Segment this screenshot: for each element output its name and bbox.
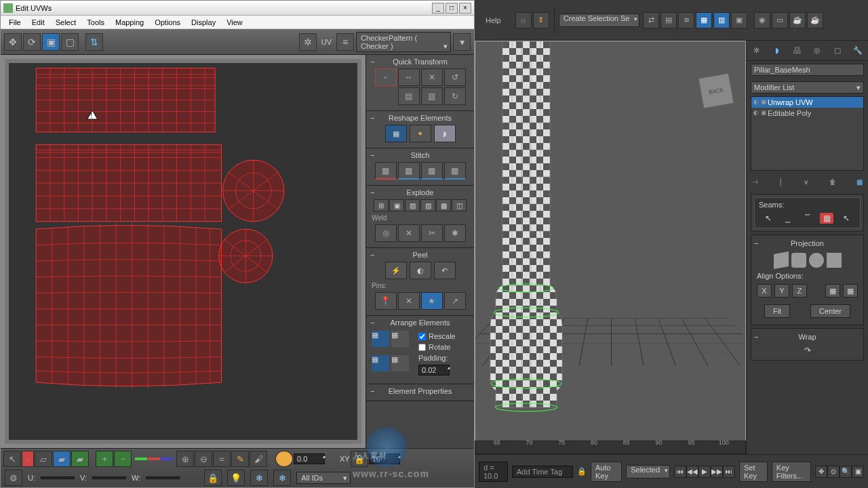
align-x-button[interactable]: X: [757, 284, 772, 298]
next-frame-icon[interactable]: ▶▶: [711, 466, 723, 478]
menu-edit[interactable]: Edit: [26, 18, 50, 26]
reshape-straighten-icon[interactable]: ▦: [385, 125, 407, 142]
layers-icon[interactable]: ≋: [678, 12, 694, 28]
align-z-button[interactable]: Z: [792, 284, 807, 298]
mirror-icon[interactable]: ⇄: [643, 12, 659, 28]
snow2-icon[interactable]: ❄: [273, 470, 291, 486]
timeline[interactable]: 65 70 75 80 85 90 95 100: [475, 441, 746, 454]
remove-mod-icon[interactable]: 🗑: [829, 178, 836, 186]
hierarchy-tab-icon[interactable]: 品: [791, 45, 804, 57]
weld-target-icon[interactable]: ◎: [375, 224, 397, 242]
ring-icon[interactable]: ⊕: [176, 451, 194, 467]
seam-sel-icon[interactable]: ▦: [820, 213, 833, 224]
reshape-normalize-icon[interactable]: ◗: [434, 125, 456, 142]
val16-spinner[interactable]: 16: [369, 453, 400, 464]
explode-3-icon[interactable]: ▧: [405, 199, 420, 211]
goto-start-icon[interactable]: ⏮: [674, 466, 686, 478]
cylindrical-proj-icon[interactable]: [791, 253, 806, 268]
maximize-button[interactable]: □: [446, 3, 458, 14]
xy-lock-icon[interactable]: 🔒: [351, 451, 368, 467]
modifier-stack[interactable]: Unwrap UVW Editable Poly: [751, 96, 864, 171]
setkey-button[interactable]: Set Key: [739, 462, 768, 482]
view-list-icon[interactable]: ≡: [336, 33, 354, 51]
qt-anchor-icon[interactable]: ▫: [375, 68, 397, 86]
selection-set-dropdown[interactable]: Create Selection Se: [559, 14, 640, 27]
u-input[interactable]: [41, 476, 75, 479]
peel-reset-icon[interactable]: ↶: [434, 262, 456, 279]
seam-line-icon[interactable]: ⎯: [781, 213, 795, 224]
scale-tool-icon[interactable]: ▣: [42, 33, 60, 51]
schematic-icon[interactable]: ▥: [713, 12, 730, 28]
menu-options[interactable]: Options: [149, 18, 186, 26]
autokey-button[interactable]: Auto Key: [591, 462, 622, 482]
sun-icon[interactable]: [275, 451, 293, 467]
padding-spinner[interactable]: 0.02: [418, 365, 450, 375]
qt-flip-v-icon[interactable]: ▥: [421, 87, 443, 105]
shrink-icon[interactable]: －: [114, 451, 132, 467]
show-end-icon[interactable]: │: [778, 178, 783, 186]
explode-2-icon[interactable]: ▣: [389, 199, 404, 211]
teapot2-icon[interactable]: ☕: [807, 12, 823, 28]
align-icon[interactable]: ▤: [660, 12, 677, 28]
pin-arrow-icon[interactable]: ↗: [444, 292, 466, 310]
uv-canvas[interactable]: !: [1, 55, 366, 448]
goto-end-icon[interactable]: ⏭: [723, 466, 735, 478]
align-y-button[interactable]: Y: [774, 284, 789, 298]
menu-select[interactable]: Select: [50, 18, 82, 26]
unique-icon[interactable]: ∨: [804, 178, 808, 186]
stitch-sel-icon[interactable]: ▦: [375, 162, 397, 180]
pin-add-icon[interactable]: 📍: [375, 292, 397, 310]
explode-6-icon[interactable]: ◫: [452, 199, 467, 211]
weld-sel-icon[interactable]: ✕: [398, 224, 420, 242]
mirror-uv-icon[interactable]: ⇅: [85, 33, 103, 51]
pin-stack-icon[interactable]: ⊣: [752, 178, 758, 186]
keyfilters-button[interactable]: Key Filters...: [772, 462, 811, 482]
stack-item-editpoly[interactable]: Editable Poly: [751, 108, 863, 119]
allids-dropdown[interactable]: All IDs: [296, 472, 351, 484]
peel-quick-icon[interactable]: ⚡: [385, 262, 407, 279]
rotate-tool-icon[interactable]: ⟳: [23, 33, 41, 51]
peel-pelt-icon[interactable]: ◐: [410, 262, 431, 279]
menu-display[interactable]: Display: [186, 18, 221, 26]
vertex-subobj-icon[interactable]: ·: [22, 451, 34, 467]
create-tab-icon[interactable]: ✲: [751, 45, 763, 57]
lock-icon[interactable]: 🔒: [577, 467, 587, 476]
center-button[interactable]: Center: [810, 304, 850, 318]
poly-subobj-icon[interactable]: ▰: [71, 451, 89, 467]
orbit-icon[interactable]: ⊙: [827, 466, 840, 478]
grow-icon[interactable]: ＋: [96, 451, 113, 467]
w-input[interactable]: [146, 476, 180, 479]
lock-uv-icon[interactable]: 🔒: [204, 470, 222, 486]
snow-icon[interactable]: ❄: [250, 470, 268, 486]
explode-4-icon[interactable]: ▨: [420, 199, 435, 211]
stitch-custom-icon[interactable]: ▦: [444, 162, 466, 180]
qt-rotate-ccw-icon[interactable]: ↺: [444, 68, 466, 86]
seam-cursor-icon[interactable]: ↖: [840, 213, 853, 224]
face-subobj-icon[interactable]: ▰: [53, 451, 71, 467]
magnet-icon[interactable]: ∩: [515, 12, 532, 28]
render-setup-icon[interactable]: ◉: [754, 12, 770, 28]
spherical-proj-icon[interactable]: [809, 253, 824, 268]
curve-editor-icon[interactable]: ▦: [696, 12, 712, 28]
display-tab-icon[interactable]: ▢: [831, 45, 844, 57]
pack-grid-icon[interactable]: ▦: [391, 331, 409, 347]
align-tool-icon[interactable]: ⇕: [533, 12, 549, 28]
render-frame-icon[interactable]: ▭: [772, 12, 788, 28]
rescale-checkbox[interactable]: [418, 333, 426, 340]
play-icon[interactable]: ▶: [698, 466, 711, 478]
zoom-icon[interactable]: 🔍: [840, 466, 852, 478]
align-normal-icon[interactable]: ▦: [825, 284, 840, 298]
prev-frame-icon[interactable]: ◀◀: [686, 466, 698, 478]
seam-arrow-icon[interactable]: ↖: [762, 213, 775, 224]
motion-tab-icon[interactable]: ◎: [811, 45, 823, 57]
val0-spinner[interactable]: 0.0: [294, 453, 325, 464]
paint-icon[interactable]: 🖌: [250, 451, 267, 467]
object-name-field[interactable]: Pillar_BaseMesh: [751, 64, 864, 76]
qt-rotate-cw-icon[interactable]: ↻: [444, 87, 466, 105]
weld-all-icon[interactable]: ✱: [444, 224, 466, 242]
loop-icon[interactable]: ⊖: [195, 451, 212, 467]
menu-tools[interactable]: Tools: [81, 18, 110, 26]
pin-toggle-icon[interactable]: ★: [421, 292, 443, 310]
material-icon[interactable]: ▣: [731, 12, 747, 28]
utilities-tab-icon[interactable]: 🔧: [852, 45, 864, 57]
